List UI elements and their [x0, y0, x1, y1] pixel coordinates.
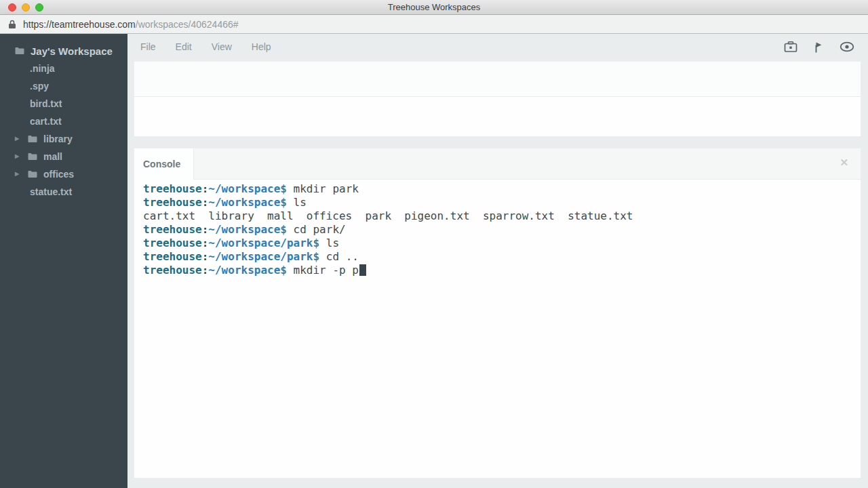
- prompt-host: treehouse: [143, 196, 202, 209]
- url-text[interactable]: https://teamtreehouse.com/workspaces/406…: [23, 19, 239, 30]
- console-line: treehouse:~/workspace$ ls: [143, 196, 861, 209]
- url-host: https://teamtreehouse.com: [23, 19, 136, 30]
- sidebar-item[interactable]: ▶ Jay's Workspace: [0, 42, 127, 60]
- chevron-right-icon[interactable]: ▶: [15, 154, 28, 159]
- file-tree-sidebar: ▶ Jay's Workspace ▶ .ninja: [0, 34, 127, 488]
- prompt-path: ~/workspace: [208, 223, 280, 236]
- sidebar-item[interactable]: ▶ mall: [0, 148, 127, 165]
- sidebar-item-label: mall: [43, 151, 62, 162]
- sidebar-item[interactable]: ▶ bird.txt: [0, 95, 127, 113]
- sidebar-item-label: .spy: [30, 81, 49, 92]
- prompt-colon: :: [202, 182, 209, 195]
- console-line: treehouse:~/workspace/park$ cd ..: [143, 250, 861, 264]
- command-text: ls: [287, 196, 307, 209]
- eye-icon[interactable]: [840, 41, 854, 52]
- prompt-path: ~/workspace/park: [208, 237, 313, 249]
- folder-icon: [28, 152, 37, 161]
- prompt-host: treehouse: [143, 250, 202, 263]
- close-window-button[interactable]: [8, 3, 16, 12]
- chevron-right-icon[interactable]: ▶: [15, 136, 28, 142]
- menu-item[interactable]: File: [140, 41, 156, 52]
- console-line: treehouse:~/workspace$ mkdir park: [143, 182, 861, 196]
- editor-tab-strip[interactable]: [134, 62, 861, 97]
- text-cursor: [359, 264, 366, 276]
- sidebar-item-label: offices: [43, 169, 74, 180]
- output-text: cart.txt library mall offices park pigeo…: [143, 209, 633, 222]
- sidebar-item[interactable]: ▶ statue.txt: [0, 183, 127, 201]
- prompt-colon: :: [202, 264, 209, 277]
- prompt-colon: :: [202, 250, 209, 263]
- command-text: cd park/: [287, 223, 346, 236]
- command-text: ls: [319, 237, 339, 249]
- prompt-path: ~/workspace: [208, 264, 280, 277]
- workspace-app: ▶ Jay's Workspace ▶ .ninja: [0, 34, 868, 488]
- console-line: treehouse:~/workspace/park$ ls: [143, 237, 861, 250]
- screen: Treehouse Workspaces https://teamtreehou…: [0, 0, 868, 488]
- menubar: FileEditViewHelp: [127, 34, 868, 60]
- url-path: /workspaces/40624466#: [136, 19, 239, 30]
- sidebar-item-label: cart.txt: [30, 116, 62, 127]
- prompt-dollar: $: [280, 196, 287, 209]
- minimize-window-button[interactable]: [22, 3, 30, 12]
- console-tab-label: Console: [143, 159, 180, 169]
- sidebar-item[interactable]: ▶ library: [0, 130, 127, 148]
- prompt-colon: :: [202, 237, 209, 249]
- folder-icon: [15, 47, 24, 55]
- fork-icon[interactable]: [813, 41, 824, 54]
- sidebar-item-label: bird.txt: [30, 98, 62, 109]
- command-text: mkdir park: [287, 182, 359, 195]
- window-titlebar: Treehouse Workspaces: [0, 0, 868, 15]
- camera-icon[interactable]: [784, 41, 797, 53]
- sidebar-item-label: library: [43, 134, 73, 144]
- address-bar[interactable]: https://teamtreehouse.com/workspaces/406…: [0, 15, 868, 34]
- prompt-host: treehouse: [143, 182, 202, 195]
- menu-item[interactable]: Help: [252, 41, 271, 52]
- console-tab-bar: Console ✕: [134, 148, 861, 180]
- menubar-icons: [784, 41, 854, 54]
- zoom-window-button[interactable]: [35, 3, 43, 12]
- console-output[interactable]: treehouse:~/workspace$ mkdir parktreehou…: [134, 180, 861, 478]
- menu-item[interactable]: View: [212, 41, 232, 52]
- folder-icon: [28, 135, 37, 143]
- console-panel: Console ✕ treehouse:~/workspace$ mkdir p…: [134, 148, 861, 479]
- sidebar-item[interactable]: ▶ offices: [0, 165, 127, 183]
- editor-card: [134, 61, 861, 137]
- sidebar-item-label: .ninja: [30, 63, 55, 74]
- console-line: treehouse:~/workspace$ cd park/: [143, 223, 861, 237]
- menu-items: FileEditViewHelp: [140, 41, 291, 52]
- prompt-path: ~/workspace: [208, 196, 280, 209]
- lock-icon: [8, 20, 16, 29]
- sidebar-item-label: Jay's Workspace: [31, 45, 113, 57]
- command-text: mkdir -p p: [287, 264, 359, 277]
- prompt-path: ~/workspace/park: [208, 250, 313, 263]
- main-area: FileEditViewHelp: [127, 34, 868, 488]
- prompt-dollar: $: [313, 250, 319, 263]
- prompt-host: treehouse: [143, 237, 202, 249]
- prompt-dollar: $: [280, 182, 287, 195]
- folder-icon: [28, 170, 37, 178]
- prompt-colon: :: [202, 223, 209, 236]
- window-title: Treehouse Workspaces: [388, 2, 481, 12]
- command-text: cd ..: [319, 250, 359, 263]
- prompt-host: treehouse: [143, 223, 202, 236]
- menu-item[interactable]: Edit: [176, 41, 192, 52]
- sidebar-item[interactable]: ▶ .ninja: [0, 60, 127, 77]
- traffic-lights: [8, 3, 43, 12]
- prompt-dollar: $: [313, 237, 319, 249]
- sidebar-item[interactable]: ▶ cart.txt: [0, 113, 127, 130]
- prompt-colon: :: [202, 196, 209, 209]
- tab-console[interactable]: Console: [134, 148, 194, 180]
- prompt-dollar: $: [280, 264, 287, 277]
- prompt-host: treehouse: [143, 264, 202, 277]
- sidebar-item-label: statue.txt: [30, 186, 72, 197]
- chevron-right-icon[interactable]: ▶: [15, 171, 28, 177]
- editor-pane[interactable]: [134, 97, 861, 136]
- console-line: treehouse:~/workspace$ mkdir -p p: [143, 264, 861, 277]
- console-line: cart.txt library mall offices park pigeo…: [143, 209, 861, 223]
- close-console-icon[interactable]: ✕: [840, 157, 848, 169]
- prompt-path: ~/workspace: [208, 182, 280, 195]
- prompt-dollar: $: [280, 223, 287, 236]
- sidebar-item[interactable]: ▶ .spy: [0, 77, 127, 95]
